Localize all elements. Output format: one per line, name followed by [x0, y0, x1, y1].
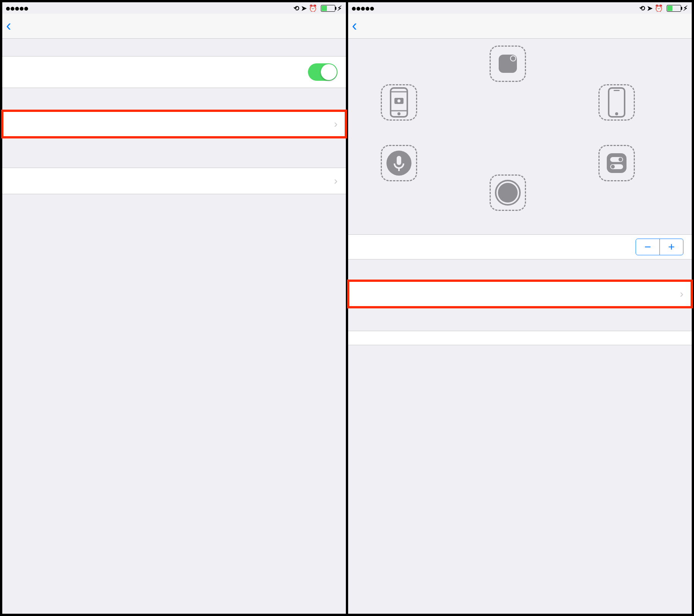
- charging-icon: ⚡︎: [683, 4, 688, 13]
- chevron-left-icon: ‹: [352, 18, 357, 33]
- right-phone: ⟲ ➤ ⏰ ⚡︎ ‹: [348, 2, 692, 614]
- menu-icon-screenshot[interactable]: [381, 84, 417, 124]
- 3d-touch-description: [348, 307, 692, 313]
- control-center-icon: [605, 151, 629, 175]
- battery-icon: [321, 5, 335, 12]
- location-icon: ➤: [647, 4, 653, 13]
- chevron-right-icon: ›: [334, 118, 338, 130]
- back-button[interactable]: ‹: [348, 19, 358, 33]
- charging-icon: ⚡︎: [337, 4, 342, 13]
- icon-count-row: − +: [348, 234, 692, 259]
- siri-icon: [386, 150, 412, 176]
- toggle-switch[interactable]: [308, 63, 338, 81]
- status-right: ⟲ ➤ ⏰ ⚡︎: [639, 4, 688, 13]
- custom-gestures-header: [2, 137, 346, 168]
- screenshots-container: ⟲ ➤ ⏰ ⚡︎ ‹ ›: [0, 0, 694, 616]
- orientation-lock-icon: ⟲: [639, 4, 645, 13]
- battery-icon: [667, 5, 681, 12]
- svg-point-18: [611, 165, 615, 169]
- svg-point-9: [615, 112, 618, 115]
- signal-dots: [6, 4, 29, 13]
- menu-icon-notification-center[interactable]: [490, 46, 526, 85]
- decrement-button[interactable]: −: [636, 239, 659, 255]
- chevron-right-icon: ›: [680, 288, 683, 300]
- reset-button[interactable]: [348, 331, 692, 345]
- status-bar: ⟲ ➤ ⏰ ⚡︎: [348, 2, 692, 14]
- svg-rect-13: [398, 168, 400, 171]
- svg-point-7: [397, 112, 400, 115]
- back-button[interactable]: ‹: [2, 19, 12, 33]
- customize-top-level-menu-row[interactable]: ›: [2, 111, 346, 137]
- svg-rect-12: [397, 156, 401, 165]
- svg-point-6: [397, 99, 400, 102]
- status-bar: ⟲ ➤ ⏰ ⚡︎: [2, 2, 346, 14]
- signal-dots: [352, 4, 375, 13]
- icon-count-stepper: − +: [636, 239, 683, 255]
- svg-rect-14: [607, 153, 626, 173]
- alarm-icon: ⏰: [309, 4, 317, 13]
- chevron-right-icon: ›: [334, 175, 338, 187]
- menu-icons-grid: [348, 39, 692, 234]
- orientation-lock-icon: ⟲: [294, 4, 299, 13]
- create-new-gesture-row[interactable]: ›: [2, 168, 346, 194]
- assistivetouch-description: [2, 88, 346, 93]
- location-icon: ➤: [301, 4, 307, 13]
- chevron-left-icon: ‹: [6, 18, 11, 33]
- custom-gestures-description: [2, 194, 346, 200]
- alarm-icon: ⏰: [655, 4, 663, 13]
- device-icon: [607, 87, 626, 118]
- svg-rect-10: [614, 90, 620, 91]
- status-right: ⟲ ➤ ⏰ ⚡︎: [294, 4, 342, 13]
- left-phone: ⟲ ➤ ⏰ ⚡︎ ‹ ›: [2, 2, 346, 614]
- home-icon: [494, 179, 521, 206]
- svg-point-20: [498, 183, 518, 203]
- svg-point-2: [511, 56, 515, 61]
- 3d-touch-action-row[interactable]: ›: [348, 281, 692, 307]
- notification-center-icon: [496, 52, 520, 76]
- assistivetouch-toggle-row[interactable]: [2, 56, 346, 88]
- nav-bar: ‹: [2, 14, 346, 39]
- nav-bar: ‹: [348, 14, 692, 39]
- screenshot-icon: [388, 87, 410, 118]
- menu-icon-control-center[interactable]: [598, 145, 635, 184]
- menu-icon-home[interactable]: [490, 174, 526, 214]
- menu-icon-device[interactable]: [598, 84, 635, 124]
- svg-point-16: [619, 158, 622, 162]
- menu-icon-siri[interactable]: [381, 145, 417, 184]
- increment-button[interactable]: +: [659, 239, 683, 255]
